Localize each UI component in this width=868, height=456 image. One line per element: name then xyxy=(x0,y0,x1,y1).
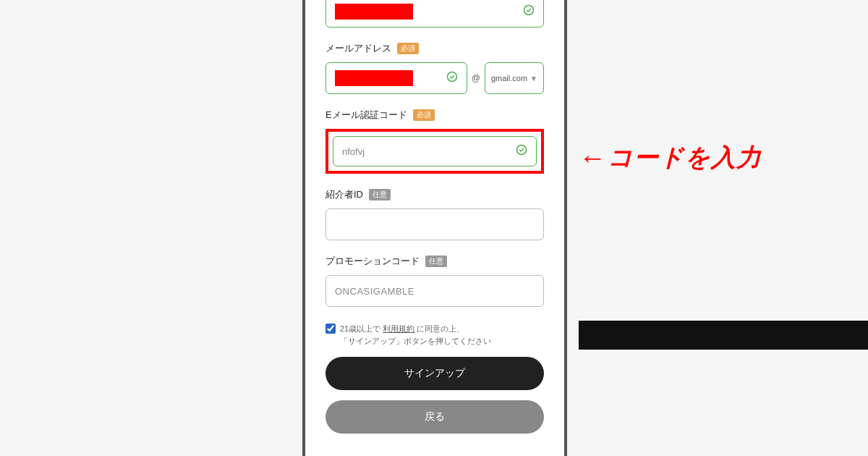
email-row: @ gmail.com ▼ xyxy=(326,62,544,94)
check-icon xyxy=(523,4,535,19)
promo-label: プロモーションコード xyxy=(326,255,420,268)
redacted-username xyxy=(335,4,413,20)
promo-value: ONCASIGAMBLE xyxy=(335,286,414,297)
agreement-checkbox[interactable] xyxy=(326,324,336,334)
agreement-row: 21歳以上で 利用規約 に同意の上、 「サインアップ」ボタンを押してください xyxy=(326,323,544,347)
verification-code-field[interactable]: nfofvj xyxy=(333,136,537,166)
agreement-text: 21歳以上で 利用規約 に同意の上、 「サインアップ」ボタンを押してください xyxy=(340,323,491,347)
check-icon xyxy=(516,144,527,159)
promo-field[interactable]: ONCASIGAMBLE xyxy=(326,275,544,307)
code-highlight-box: nfofvj xyxy=(326,129,544,174)
required-badge: 必須 xyxy=(413,109,435,121)
referrer-field[interactable] xyxy=(326,208,544,240)
at-symbol: @ xyxy=(472,73,480,83)
email-label-row: メールアドレス 必須 xyxy=(326,42,544,55)
email-local-field[interactable] xyxy=(326,62,467,94)
code-label: Eメール認証コード xyxy=(326,109,407,122)
promo-label-row: プロモーションコード 任意 xyxy=(326,255,544,268)
arrow-left-icon: ← xyxy=(579,143,606,174)
optional-badge: 任意 xyxy=(425,256,447,267)
signup-form: メールアドレス 必須 @ gmail.com ▼ Eメール認証コード 必須 nf… xyxy=(305,0,564,434)
code-value: nfofvj xyxy=(342,146,365,157)
email-label: メールアドレス xyxy=(326,42,391,55)
domain-value: gmail.com xyxy=(491,74,527,83)
email-domain-select[interactable]: gmail.com ▼ xyxy=(485,62,544,94)
username-field[interactable] xyxy=(326,0,544,28)
annotation: ← コードを入力 xyxy=(579,141,762,174)
redacted-email xyxy=(335,70,413,86)
back-button[interactable]: 戻る xyxy=(326,400,544,434)
referrer-label: 紹介者ID xyxy=(326,188,363,201)
referrer-label-row: 紹介者ID 任意 xyxy=(326,188,544,201)
code-label-row: Eメール認証コード 必須 xyxy=(326,109,544,122)
check-icon xyxy=(446,71,458,85)
optional-badge: 任意 xyxy=(369,189,391,200)
required-badge: 必須 xyxy=(397,43,419,54)
terms-link[interactable]: 利用規約 xyxy=(383,324,414,333)
annotation-text: コードを入力 xyxy=(608,141,762,174)
signup-button[interactable]: サインアップ xyxy=(326,357,544,390)
chevron-down-icon: ▼ xyxy=(530,75,537,83)
background-edge xyxy=(579,321,868,350)
phone-frame: メールアドレス 必須 @ gmail.com ▼ Eメール認証コード 必須 nf… xyxy=(302,0,567,456)
